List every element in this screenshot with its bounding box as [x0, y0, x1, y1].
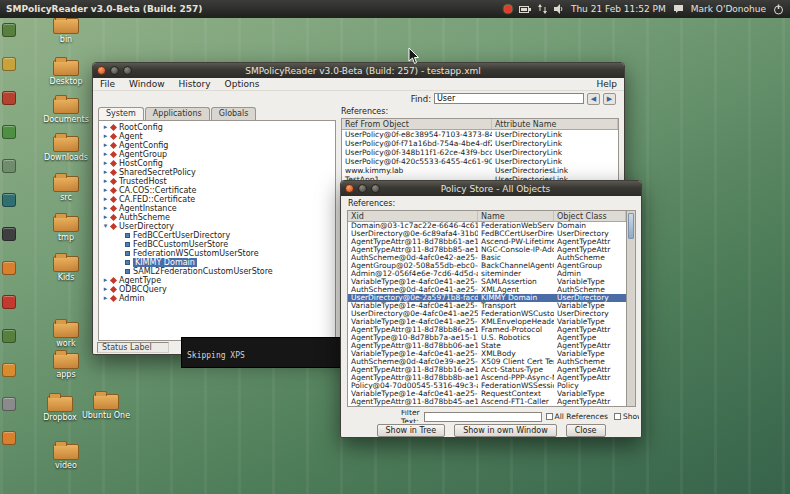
power-icon[interactable] — [773, 4, 784, 15]
object-row[interactable]: Policy@04-70d00545-5316-49c3-ac96-ae5c7.… — [348, 382, 626, 390]
launcher-icon[interactable] — [2, 363, 16, 377]
tree-item-odbcquery[interactable]: ▸ODBCQuery — [99, 285, 335, 294]
object-row[interactable]: Admin@12-056f4e6e-7cd6-4d5d-ad54-e9b9...… — [348, 270, 626, 278]
tree-expand-arrow-icon[interactable]: ▸ — [101, 276, 110, 285]
desktop-icon-video[interactable]: video — [38, 444, 94, 470]
tree-item-federationwscustomuserstore[interactable]: FederationWSCustomUserStore — [99, 249, 335, 258]
tree-item-saml2federationcustomuserstore[interactable]: SAML2FederationCustomUserStore — [99, 267, 335, 276]
tree-expand-arrow-icon[interactable]: ▸ — [101, 186, 110, 195]
find-next-button[interactable]: ▶ — [603, 93, 616, 105]
launcher-icon[interactable] — [2, 23, 16, 37]
show-in-own-window-button[interactable]: Show in own Window — [454, 424, 557, 437]
menu-help[interactable]: Help — [589, 79, 624, 89]
tree-expand-arrow-icon[interactable]: ▸ — [101, 177, 110, 186]
show-in-tree-button[interactable]: Show in Tree — [377, 424, 446, 437]
tree-item-agentgroup[interactable]: ▸AgentGroup — [99, 150, 335, 159]
launcher-icon[interactable] — [2, 261, 16, 275]
vertical-scrollbar[interactable] — [627, 210, 636, 407]
tree-expand-arrow-icon[interactable]: ▸ — [101, 159, 110, 168]
tree-item-fedbccustomuserstore[interactable]: FedBCCustomUserStore — [99, 240, 335, 249]
launcher-icon[interactable] — [2, 125, 16, 139]
object-row[interactable]: AgentTypeAttr@11-8d78bb06-ae15-11d1-9c..… — [348, 342, 626, 350]
launcher-icon[interactable] — [2, 329, 16, 343]
desktop-icon-src[interactable]: src — [38, 176, 94, 202]
tree-item-trustedhost[interactable]: ▸TrustedHost — [99, 177, 335, 186]
menu-options[interactable]: Options — [218, 79, 267, 89]
maximize-button[interactable] — [371, 184, 380, 193]
tree-item-fedbccertuserdirectory[interactable]: FedBCCertUserDirectory — [99, 231, 335, 240]
desktop-icon-documents[interactable]: Documents — [38, 98, 94, 124]
tree-collapse-arrow-icon[interactable]: ▾ — [101, 222, 110, 231]
menu-history[interactable]: History — [172, 79, 218, 89]
close-button[interactable]: Close — [566, 424, 606, 437]
volume-icon[interactable] — [554, 4, 564, 14]
reference-row[interactable]: www.kimmy.labUserDirectoriesLink — [342, 166, 618, 175]
tree-item-rootconfig[interactable]: ▸RootConfig — [99, 123, 335, 132]
minimize-button[interactable] — [358, 184, 367, 193]
launcher-icon[interactable] — [2, 57, 16, 71]
topbar-app-title[interactable]: SMPolicyReader v3.0-Beta (Build: 257) — [0, 4, 202, 14]
desktop-icon-desktop[interactable]: Desktop — [38, 60, 94, 86]
maximize-button[interactable] — [123, 66, 132, 75]
launcher-icon[interactable] — [2, 397, 16, 411]
checkbox-all-references[interactable]: All References — [546, 412, 608, 421]
column-header-object-class[interactable]: Object Class — [554, 211, 626, 221]
menu-window[interactable]: Window — [122, 79, 172, 89]
desktop-icon-ubuntu-one[interactable]: Ubuntu One — [78, 394, 134, 420]
user-menu[interactable]: Mark O'Donohue — [691, 4, 766, 14]
tree-expand-arrow-icon[interactable]: ▸ — [101, 285, 110, 294]
tree-item-hostconfig[interactable]: ▸HostConfig — [99, 159, 335, 168]
launcher-icon[interactable] — [2, 431, 16, 445]
tree-expand-arrow-icon[interactable]: ▸ — [101, 168, 110, 177]
launcher-icon[interactable] — [2, 295, 16, 309]
object-row[interactable]: AgentTypeAttr@11-8d78bb85-ae15-11d1-9c..… — [348, 246, 626, 254]
tree-expand-arrow-icon[interactable]: ▸ — [101, 294, 110, 303]
object-row[interactable]: AgentTypeAttr@11-8d78bb16-ae15-11d1-9c..… — [348, 366, 626, 374]
tab-system[interactable]: System — [98, 107, 144, 120]
tree-item-userdirectory[interactable]: ▾UserDirectory — [99, 222, 335, 231]
tree-item-agentconfig[interactable]: ▸AgentConfig — [99, 141, 335, 150]
tree-item-agenttype[interactable]: ▸AgentType — [99, 276, 335, 285]
object-row[interactable]: AgentType@10-8d78bb7a-ae15-11d1-9cdd...U… — [348, 334, 626, 342]
tab-globals[interactable]: Globals — [211, 107, 257, 120]
checkbox-show-orde[interactable]: Show Orde — [614, 412, 639, 421]
object-row[interactable]: VariableType@1e-4afc0e41-ae25-11d1-9cdd.… — [348, 302, 626, 310]
tab-applications[interactable]: Applications — [145, 107, 210, 120]
recording-icon[interactable] — [504, 5, 512, 13]
desktop-icon-bin[interactable]: bin — [38, 18, 94, 44]
object-row[interactable]: AgentTypeAttr@11-8d78bb45-ae15-11d1-9c..… — [348, 398, 626, 406]
launcher-icon[interactable] — [2, 227, 16, 241]
desktop-icon-kids[interactable]: Kids — [38, 256, 94, 282]
object-row[interactable]: VariableType@1e-4afc0e41-ae25-11d1-9cdd.… — [348, 350, 626, 358]
tree-expand-arrow-icon[interactable]: ▸ — [101, 213, 110, 222]
object-row[interactable]: VariableType@1e-4afc0e41-ae25-11d1-9cdd.… — [348, 390, 626, 398]
object-row[interactable]: AuthScheme@0d-4afc0e41-ae25-11d1-9cdd...… — [348, 286, 626, 294]
object-row[interactable]: AgentTypeAttr@11-8d78bb8b-ae15-11d1-9c..… — [348, 374, 626, 382]
close-button[interactable] — [345, 184, 354, 193]
dialog-titlebar[interactable]: Policy Store - All Objects — [341, 181, 641, 196]
object-row[interactable]: Domain@03-1c7ac22e-6646-4c61-8f2f-6261..… — [348, 222, 626, 230]
tree-expand-arrow-icon[interactable]: ▸ — [101, 150, 110, 159]
object-row[interactable]: UserDirectory@0e-2a5971b8-facd-4baa-8a8.… — [348, 294, 626, 302]
tree-item-kimmy-domain[interactable]: KIMMY Domain — [99, 258, 335, 267]
desktop-icon-downloads[interactable]: Downloads — [38, 136, 94, 162]
column-header-ref-from-object[interactable]: Ref From Object — [342, 119, 492, 129]
tree-expand-arrow-icon[interactable]: ▸ — [101, 204, 110, 213]
find-previous-button[interactable]: ◀ — [587, 93, 600, 105]
object-row[interactable]: UserDirectory@0e-4afc0e41-ae25-11d1-9cd.… — [348, 310, 626, 318]
tree-expand-arrow-icon[interactable]: ▸ — [101, 141, 110, 150]
main-window-titlebar[interactable]: SMPolicyReader v3.0-Beta (Build: 257) - … — [93, 63, 624, 78]
reference-row[interactable]: UserPolicy@0f-e8c38954-7103-4373-84cd-bb… — [342, 130, 618, 139]
tree-item-admin[interactable]: ▸Admin — [99, 294, 335, 303]
object-row[interactable]: AgentGroup@02-508a55db-ebc0-4753-8157...… — [348, 262, 626, 270]
desktop-icon-tmp[interactable]: tmp — [38, 216, 94, 242]
column-header-xid[interactable]: Xid — [348, 211, 478, 221]
battery-icon[interactable] — [519, 5, 531, 14]
desktop-icon-apps[interactable]: apps — [38, 353, 94, 379]
tree-expand-arrow-icon[interactable]: ▸ — [101, 195, 110, 204]
reference-row[interactable]: UserPolicy@0f-348b11f1-62ce-43f9-bcdd-cd… — [342, 148, 618, 157]
launcher-icon[interactable] — [2, 193, 16, 207]
terminal-window[interactable]: Skipping XPS — [181, 337, 345, 368]
object-row[interactable]: AuthScheme@0d-4afc0e39-ae25-11d1-9cdd...… — [348, 358, 626, 366]
tree-item-agentinstance[interactable]: ▸AgentInstance — [99, 204, 335, 213]
